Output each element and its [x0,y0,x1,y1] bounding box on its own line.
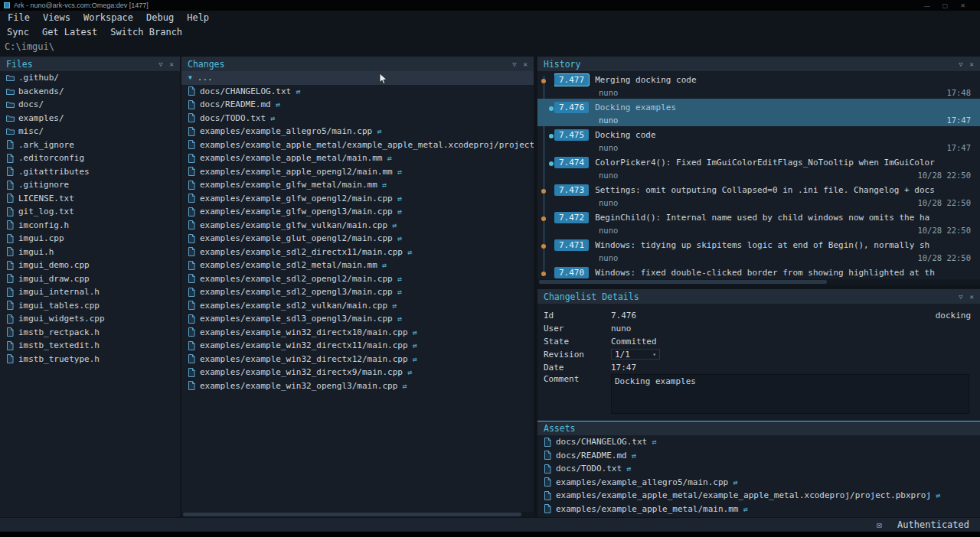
file-tree-item[interactable]: examples/ [0,112,180,125]
file-tree-item[interactable]: imgui_tables.cpp [0,299,180,313]
filter-icon[interactable]: ▽ [959,293,962,301]
changed-file-item[interactable]: examples/example_glfw_opengl2/main.cpp⇄ [181,192,534,206]
file-tree-item[interactable]: imgui_demo.cpp [0,259,180,272]
commit-time: 10/28 22:50 [917,226,971,235]
close-panel-icon[interactable]: ✕ [170,60,174,68]
history-entry[interactable]: 7.470Windows: fixed double-clicked borde… [537,264,980,279]
file-path: examples/example_win32_opengl3/main.cpp [200,381,397,391]
changed-file-item[interactable]: examples/example_win32_directx10/main.cp… [181,326,534,340]
changed-file-item[interactable]: examples/example_sdl2_metal/main.mm⇄ [181,259,534,272]
history-entry[interactable]: 7.477Merging docking codenuno17:48 [537,71,980,99]
history-entry[interactable]: 7.474ColorPicker4(): Fixed ImGuiColorEdi… [537,154,980,181]
menu-item-file[interactable]: File [8,12,30,23]
filter-icon[interactable]: ▽ [959,60,962,68]
filter-icon[interactable]: ▽ [512,60,516,68]
file-tree-item[interactable]: git_log.txt [0,205,180,219]
file-icon [6,247,15,256]
file-tree-item[interactable]: imconfig.h [0,219,180,233]
maximize-button[interactable]: ▢ [942,2,949,9]
changes-horizontal-scrollbar[interactable] [181,512,534,517]
file-icon [188,181,196,190]
file-tree-item[interactable]: imgui.h [0,246,180,259]
commit-time: 17:48 [946,88,971,97]
file-tree-item[interactable]: misc/ [0,125,180,138]
history-entry[interactable]: 7.472BeginChild(): Internal name used by… [537,209,980,236]
close-panel-icon[interactable]: ✕ [970,293,974,301]
file-tree-item[interactable]: imstb_rectpack.h [0,326,180,340]
file-tree-item[interactable]: imgui_draw.cpp [0,272,180,286]
scrollbar-thumb[interactable] [539,280,827,284]
file-tree-item[interactable]: .editorconfig [0,151,180,165]
changed-file-item[interactable]: examples/example_win32_opengl3/main.cpp⇄ [181,379,534,393]
asset-item[interactable]: docs/TODO.txt⇄ [537,462,980,476]
history-entry[interactable]: 7.471Windows: tidying up skipitems logic… [537,236,980,264]
menu-item-workspace[interactable]: Workspace [83,12,133,23]
changed-file-item[interactable]: examples/example_allegro5/main.cpp⇄ [181,125,534,138]
file-icon [188,86,196,96]
asset-item[interactable]: docs/README.md⇄ [537,449,980,463]
menu-item-help[interactable]: Help [187,12,209,23]
file-tree-item[interactable]: LICENSE.txt [0,192,180,206]
file-tree-item[interactable]: .ark_ignore [0,138,180,152]
toolbar-button-get-latest[interactable]: Get Latest [42,27,97,37]
file-tree-item[interactable]: imgui.cpp [0,232,180,246]
expander-icon[interactable]: ▼ [188,74,192,81]
asset-item[interactable]: examples/example_allegro5/main.cpp⇄ [537,476,980,490]
close-window-button[interactable]: ✕ [960,2,965,9]
filter-icon[interactable]: ▽ [158,60,162,68]
asset-item[interactable]: docs/CHANGELOG.txt⇄ [537,435,980,449]
history-horizontal-scrollbar[interactable] [537,279,980,285]
asset-item[interactable]: examples/example_apple_metal/main.mm⇄ [537,503,980,516]
history-entry[interactable]: 7.473Settings: omit outputing Collapsed=… [537,181,980,209]
changed-file-item[interactable]: examples/example_glfw_opengl3/main.cpp⇄ [181,205,534,219]
file-icon [544,438,552,447]
status-bar: ✉ Authenticated [0,518,980,532]
file-tree-item[interactable]: imstb_truetype.h [0,353,180,366]
menu-item-views[interactable]: Views [43,12,70,23]
changed-file-item[interactable]: examples/example_win32_directx11/main.cp… [181,339,534,353]
file-name: misc/ [18,126,44,136]
changed-file-item[interactable]: docs/TODO.txt⇄ [181,112,534,125]
file-tree-item[interactable]: backends/ [0,85,180,99]
changed-file-item[interactable]: examples/example_apple_metal/main.mm⇄ [181,151,534,165]
comment-field[interactable]: Docking examples [611,374,969,414]
minimize-button[interactable]: — [924,2,930,9]
changed-file-item[interactable]: examples/example_win32_directx9/main.cpp… [181,366,534,379]
changed-file-item[interactable]: examples/example_sdl2_opengl3/main.cpp⇄ [181,285,534,299]
file-tree-item[interactable]: imgui_internal.h [0,285,180,299]
changed-file-item[interactable]: examples/example_sdl2_directx11/main.cpp… [181,246,534,259]
asset-item[interactable]: examples/example_apple_metal/example_app… [537,489,980,503]
close-panel-icon[interactable]: ✕ [524,60,528,68]
toolbar-button-switch-branch[interactable]: Switch Branch [110,27,182,37]
files-list: .github/backends/docs/examples/misc/.ark… [0,71,180,366]
changed-file-item[interactable]: docs/CHANGELOG.txt⇄ [181,85,534,99]
changed-file-item[interactable]: examples/example_glfw_vulkan/main.cpp⇄ [181,219,534,233]
changed-file-item[interactable]: examples/example_win32_directx12/main.cp… [181,353,534,366]
file-icon [188,368,196,377]
changed-file-item[interactable]: examples/example_glfw_metal/main.mm⇄ [181,178,534,192]
changes-root-row[interactable]: ▼ ... [181,71,534,85]
menu-item-debug[interactable]: Debug [146,12,174,23]
file-tree-item[interactable]: imgui_widgets.cpp [0,312,180,326]
changed-file-item[interactable]: examples/example_apple_metal/example_app… [181,138,534,152]
changed-file-item[interactable]: examples/example_apple_opengl2/main.mm⇄ [181,165,534,179]
file-tree-item[interactable]: .gitignore [0,178,180,192]
file-path: examples/example_win32_directx10/main.cp… [200,327,408,337]
changed-file-item[interactable]: examples/example_sdl2_vulkan/main.cpp⇄ [181,299,534,313]
file-tree-item[interactable]: imstb_textedit.h [0,339,180,353]
close-panel-icon[interactable]: ✕ [970,60,974,68]
file-name: imconfig.h [18,220,69,230]
commit-message: Windows: tidying up skipitems logic at e… [595,240,929,250]
history-entry[interactable]: 7.475Docking codenuno17:47 [537,126,980,154]
changed-file-item[interactable]: examples/example_sdl2_opengl2/main.cpp⇄ [181,272,534,286]
toolbar-button-sync[interactable]: Sync [7,27,29,37]
changed-file-item[interactable]: docs/README.md⇄ [181,98,534,112]
revision-dropdown[interactable]: 1/1 ▾ [611,349,660,360]
file-tree-item[interactable]: .github/ [0,71,180,85]
history-entry[interactable]: 7.476Docking examplesnuno17:47 [537,99,980,126]
changed-file-item[interactable]: examples/example_sdl3_opengl3/main.cpp⇄ [181,312,534,326]
file-tree-item[interactable]: docs/ [0,98,180,112]
scrollbar-thumb[interactable] [183,513,521,516]
file-tree-item[interactable]: .gitattributes [0,165,180,179]
changed-file-item[interactable]: examples/example_glut_opengl2/main.cpp⇄ [181,232,534,246]
